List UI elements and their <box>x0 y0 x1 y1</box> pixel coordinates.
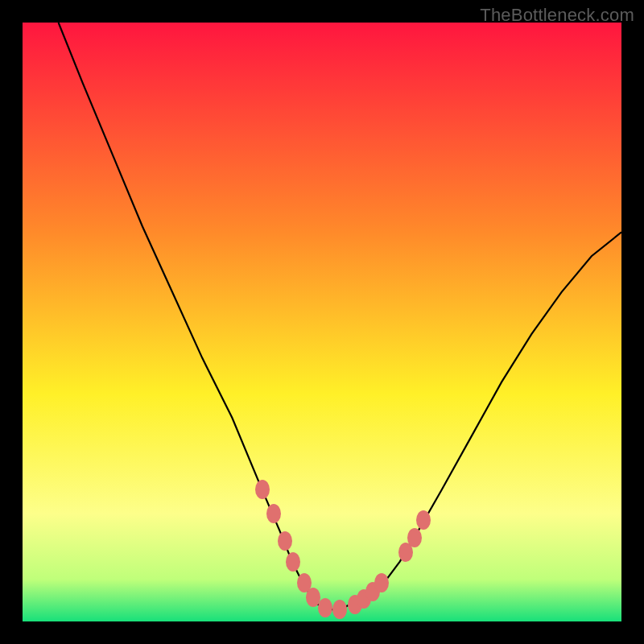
curve-marker <box>266 504 281 523</box>
curve-marker <box>416 510 431 530</box>
curve-marker <box>318 598 332 617</box>
curve-marker <box>332 600 347 619</box>
curve-marker <box>407 528 422 547</box>
outer-frame: TheBottleneck.com <box>0 0 644 644</box>
plot-area <box>23 23 621 621</box>
curve-marker <box>278 531 292 551</box>
curve-marker <box>286 552 300 572</box>
curve-marker <box>255 480 270 499</box>
watermark-text: TheBottleneck.com <box>480 5 634 26</box>
gradient-background <box>23 23 621 621</box>
plot-svg <box>23 23 621 621</box>
curve-marker <box>374 573 389 592</box>
